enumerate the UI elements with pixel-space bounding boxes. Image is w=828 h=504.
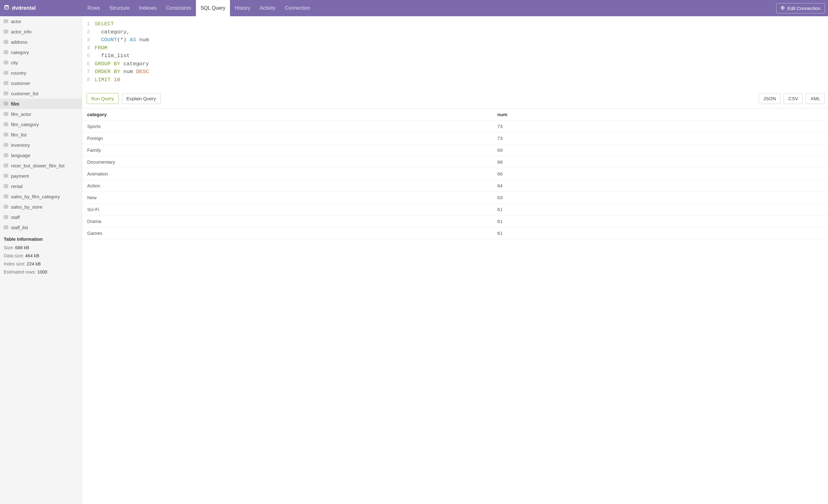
brand-label: dvdrental: [12, 5, 36, 11]
code-line[interactable]: FROM: [95, 44, 108, 52]
sidebar-item-film_category[interactable]: film_category: [0, 119, 82, 130]
cell-category: Animation: [82, 168, 492, 180]
table-icon: [4, 153, 8, 158]
editor-line[interactable]: 3 COUNT(*) AS num: [82, 36, 828, 44]
svg-rect-102: [4, 226, 8, 229]
code-line[interactable]: COUNT(*) AS num: [95, 36, 149, 44]
line-number: 2: [82, 28, 95, 36]
sidebar-item-category[interactable]: category: [0, 47, 82, 57]
edit-connection-button[interactable]: Edit Connection: [776, 3, 825, 13]
table-row[interactable]: New63: [82, 192, 828, 203]
sidebar-item-label: inventory: [11, 142, 30, 148]
sidebar-item-film_list[interactable]: film_list: [0, 130, 82, 140]
svg-rect-42: [4, 102, 8, 105]
sidebar-item-sales_by_film_category[interactable]: sales_by_film_category: [0, 191, 82, 202]
table-row[interactable]: Sports73: [82, 121, 828, 132]
sidebar-item-film_actor[interactable]: film_actor: [0, 109, 82, 119]
tab-indexes[interactable]: Indexes: [134, 0, 161, 16]
svg-point-0: [4, 5, 9, 7]
column-header-num[interactable]: num: [492, 109, 828, 121]
sidebar-item-label: film: [11, 101, 19, 106]
editor-line[interactable]: 7ORDER BY num DESC: [82, 68, 828, 76]
table-icon: [4, 101, 8, 106]
sidebar-item-city[interactable]: city: [0, 57, 82, 68]
sidebar-item-actor[interactable]: actor: [0, 16, 82, 27]
column-header-category[interactable]: category: [82, 109, 492, 121]
editor-line[interactable]: 6GROUP BY category: [82, 60, 828, 68]
code-line[interactable]: LIMIT 10: [95, 76, 120, 84]
table-row[interactable]: Documentary68: [82, 156, 828, 168]
cell-num: 66: [492, 168, 828, 180]
editor-line[interactable]: 2 category,: [82, 28, 828, 36]
sidebar-item-label: film_actor: [11, 111, 31, 117]
explain-query-button[interactable]: Explain Query: [122, 93, 161, 104]
table-info-label: Index size:: [4, 261, 27, 266]
code-line[interactable]: GROUP BY category: [95, 60, 149, 68]
editor-line[interactable]: 1SELECT: [82, 20, 828, 28]
table-info-label: Size:: [4, 245, 15, 250]
table-row[interactable]: Family69: [82, 144, 828, 156]
svg-rect-67: [4, 154, 8, 157]
table-icon: [4, 91, 8, 96]
table-info-row: Estimated rows: 1000: [0, 268, 82, 276]
sidebar-item-label: rental: [11, 184, 23, 189]
code-line[interactable]: category,: [95, 28, 130, 36]
editor-line[interactable]: 8LIMIT 10: [82, 76, 828, 84]
table-info-row: Index size: 224 kB: [0, 260, 82, 268]
svg-rect-17: [4, 51, 8, 54]
sidebar-item-label: film_list: [11, 132, 27, 137]
sidebar-item-inventory[interactable]: inventory: [0, 140, 82, 150]
run-query-button[interactable]: Run Query: [87, 93, 119, 104]
export-xml-button[interactable]: XML: [806, 93, 825, 104]
sidebar-item-rental[interactable]: rental: [0, 181, 82, 191]
brand[interactable]: dvdrental: [4, 5, 83, 12]
sidebar-item-actor_info[interactable]: actor_info: [0, 27, 82, 37]
table-row[interactable]: Sci-Fi61: [82, 203, 828, 216]
line-number: 3: [82, 36, 95, 44]
table-icon: [4, 173, 8, 179]
tab-activity[interactable]: Activity: [255, 0, 280, 16]
svg-rect-77: [4, 174, 8, 178]
line-number: 8: [82, 76, 95, 84]
table-info-value: 688 kB: [15, 245, 29, 250]
sidebar-item-payment[interactable]: payment: [0, 171, 82, 181]
tab-structure[interactable]: Structure: [105, 0, 134, 16]
svg-rect-7: [4, 30, 8, 34]
editor-line[interactable]: 4FROM: [82, 44, 828, 52]
sidebar-item-nicer_but_slower_film_list[interactable]: nicer_but_slower_film_list: [0, 161, 82, 171]
table-row[interactable]: Animation66: [82, 168, 828, 180]
table-row[interactable]: Action64: [82, 180, 828, 192]
sidebar-item-staff[interactable]: staff: [0, 212, 82, 222]
cell-category: Foreign: [82, 132, 492, 144]
code-line[interactable]: film_list: [95, 52, 130, 60]
tab-constraints[interactable]: Constraints: [161, 0, 196, 16]
table-row[interactable]: Foreign73: [82, 132, 828, 144]
tab-rows[interactable]: Rows: [83, 0, 105, 16]
sidebar-item-language[interactable]: language: [0, 150, 82, 161]
svg-rect-57: [4, 133, 8, 136]
cell-category: Games: [82, 227, 492, 239]
table-row[interactable]: Drama61: [82, 216, 828, 227]
svg-rect-27: [4, 71, 8, 75]
sidebar-item-customer[interactable]: customer: [0, 78, 82, 88]
line-number: 4: [82, 44, 95, 52]
sql-editor[interactable]: 1SELECT2 category,3 COUNT(*) AS num4FROM…: [82, 16, 828, 93]
table-icon: [4, 215, 8, 220]
table-icon: [4, 184, 8, 189]
table-row[interactable]: Games61: [82, 227, 828, 239]
sidebar-item-sales_by_store[interactable]: sales_by_store: [0, 202, 82, 212]
header-bar: dvdrental RowsStructureIndexesConstraint…: [0, 0, 828, 16]
code-line[interactable]: SELECT: [95, 20, 114, 28]
sidebar-item-film[interactable]: film: [0, 99, 82, 109]
tab-connection[interactable]: Connection: [280, 0, 315, 16]
sidebar-item-customer_list[interactable]: customer_list: [0, 88, 82, 99]
sidebar-item-address[interactable]: address: [0, 37, 82, 47]
sidebar-item-staff_list[interactable]: staff_list: [0, 222, 82, 233]
export-csv-button[interactable]: CSV: [784, 93, 803, 104]
sidebar-item-country[interactable]: country: [0, 68, 82, 78]
editor-line[interactable]: 5 film_list: [82, 52, 828, 60]
code-line[interactable]: ORDER BY num DESC: [95, 68, 149, 76]
tab-history[interactable]: History: [230, 0, 255, 16]
export-json-button[interactable]: JSON: [759, 93, 781, 104]
tab-sql-query[interactable]: SQL Query: [196, 0, 230, 16]
